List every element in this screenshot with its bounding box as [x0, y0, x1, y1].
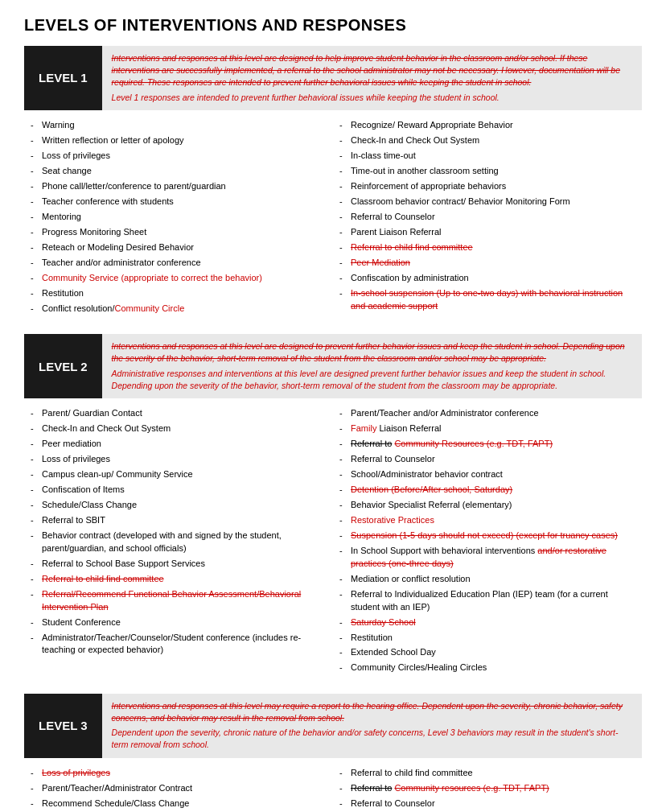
list-item: Referral to Counselor: [339, 210, 635, 225]
list-item: Saturday School: [339, 615, 635, 630]
list-item: In-class time-out: [339, 149, 635, 164]
list-item: Parent/Teacher/Administrator Contract: [31, 781, 327, 797]
level3-right-col: Referral to child find committee Referra…: [333, 766, 642, 812]
list-item: Referral to SBIT: [31, 513, 327, 529]
list-item: Schedule/Class Change: [31, 498, 327, 513]
level2-left-list: Parent/ Guardian Contact Check-In and Ch…: [31, 406, 327, 658]
level2-section: LEVEL 2 Interventions and responses at t…: [24, 334, 642, 679]
list-item: Warning: [31, 118, 327, 134]
level1-desc-strike: Interventions and responses at this leve…: [112, 52, 632, 89]
list-item: Loss of privileges: [31, 149, 327, 164]
list-item: Mentoring: [31, 210, 327, 225]
list-item: Confiscation of Items: [31, 483, 327, 498]
list-item: Referral to child find committee: [339, 766, 635, 781]
level1-desc-normal: Level 1 responses are intended to preven…: [112, 92, 632, 104]
list-item: Check-In and Check Out System: [31, 422, 327, 437]
list-item: Progress Monitoring Sheet: [31, 225, 327, 240]
level2-left-col: Parent/ Guardian Contact Check-In and Ch…: [24, 406, 333, 676]
list-item: Referral to School Base Support Services: [31, 556, 327, 571]
level3-desc-box: Interventions and responses at this leve…: [102, 694, 642, 758]
level3-right-list: Referral to child find committee Referra…: [339, 766, 635, 812]
list-item: Administrator/Teacher/Counselor/Student …: [31, 630, 327, 658]
list-item: Time-out in another classroom setting: [339, 164, 635, 179]
level2-right-col: Parent/Teacher and/or Administrator conf…: [333, 406, 642, 676]
list-item: Parent Liaison Referral: [339, 225, 635, 240]
list-item: Referral to Individualized Education Pla…: [339, 587, 635, 615]
list-item: Peer mediation: [31, 437, 327, 452]
level1-left-list: Warning Written reflection or letter of …: [31, 118, 327, 316]
list-item: Family Liaison Referral: [339, 422, 635, 437]
level3-desc-strike: Interventions and responses at this leve…: [112, 700, 632, 724]
list-item: Student Conference: [31, 615, 327, 630]
list-item: Community Service (appropriate to correc…: [31, 270, 327, 286]
level1-header: LEVEL 1 Interventions and responses at t…: [24, 46, 642, 110]
level1-left-col: Warning Written reflection or letter of …: [24, 118, 333, 316]
list-item: Classroom behavior contract/ Behavior Mo…: [339, 195, 635, 210]
list-item: Community Circles/Healing Circles: [339, 661, 635, 676]
level3-left-col: Loss of privileges Parent/Teacher/Admini…: [24, 766, 333, 812]
list-item: Restorative Practices: [339, 513, 635, 529]
level2-content: Parent/ Guardian Contact Check-In and Ch…: [24, 398, 642, 679]
list-item: Detention (Before/After school, Saturday…: [339, 483, 635, 498]
level1-desc-box: Interventions and responses at this leve…: [102, 46, 642, 110]
list-item: Referral to Counselor: [339, 452, 635, 468]
level3-content: Loss of privileges Parent/Teacher/Admini…: [24, 758, 642, 812]
list-item: Referral to child find committee: [339, 240, 635, 255]
level1-right-col: Recognize/ Reward Appropriate Behavior C…: [333, 118, 642, 316]
level3-desc-normal: Dependent upon the severity, chronic nat…: [112, 727, 632, 751]
level2-desc-box: Interventions and responses at this leve…: [102, 334, 642, 398]
list-item: Parent/ Guardian Contact: [31, 406, 327, 422]
list-item: Reinforcement of appropriate behaviors: [339, 179, 635, 195]
level1-content: Warning Written reflection or letter of …: [24, 110, 642, 319]
list-item: Restitution: [339, 630, 635, 645]
list-item: Confiscation by administration: [339, 270, 635, 286]
list-item: Conflict resolution/Community Circle: [31, 301, 327, 316]
list-item: School/Administrator behavior contract: [339, 468, 635, 483]
list-item: Referral/Recommend Functional Behavior A…: [31, 587, 327, 615]
level3-header: LEVEL 3 Interventions and responses at t…: [24, 694, 642, 758]
level2-desc-strike: Interventions and responses at this leve…: [112, 340, 632, 365]
list-item: In School Support with behavioral interv…: [339, 543, 635, 571]
level3-label: LEVEL 3: [24, 694, 102, 758]
level3-left-list: Loss of privileges Parent/Teacher/Admini…: [31, 766, 327, 812]
list-item: Suspension (1-5 days should not exceed) …: [339, 528, 635, 543]
list-item: Peer Mediation: [339, 255, 635, 270]
list-item: Parent/Teacher and/or Administrator conf…: [339, 406, 635, 422]
list-item: Referral to child find committee: [31, 571, 327, 587]
list-item: Recognize/ Reward Appropriate Behavior: [339, 118, 635, 134]
level2-desc-normal: Administrative responses and interventio…: [112, 368, 632, 392]
list-item: Behavior Specialist Referral (elementary…: [339, 498, 635, 513]
list-item: Mediation or conflict resolution: [339, 571, 635, 587]
level2-header: LEVEL 2 Interventions and responses at t…: [24, 334, 642, 398]
list-item: Restitution: [31, 286, 327, 301]
list-item: Referral to Community Resources (e.g. TD…: [339, 437, 635, 452]
list-item: Seat change: [31, 164, 327, 179]
list-item: Loss of privileges: [31, 766, 327, 781]
list-item: Extended School Day: [339, 645, 635, 661]
list-item: Referral to Community resources (e.g. TD…: [339, 781, 635, 797]
level1-right-list: Recognize/ Reward Appropriate Behavior C…: [339, 118, 635, 314]
list-item: Teacher and/or administrator conference: [31, 255, 327, 270]
level2-right-list: Parent/Teacher and/or Administrator conf…: [339, 406, 635, 676]
list-item: Check-In and Check Out System: [339, 134, 635, 149]
level1-section: LEVEL 1 Interventions and responses at t…: [24, 46, 642, 319]
list-item: Behavior contract (developed with and si…: [31, 528, 327, 556]
page-title: LEVELS OF INTERVENTIONS AND RESPONSES: [24, 16, 642, 35]
list-item: Campus clean-up/ Community Service: [31, 468, 327, 483]
list-item: Recommend Schedule/Class Change: [31, 797, 327, 812]
level1-label: LEVEL 1: [24, 46, 102, 110]
list-item: Written reflection or letter of apology: [31, 134, 327, 149]
list-item: Phone call/letter/conference to parent/g…: [31, 179, 327, 195]
list-item: Loss of privileges: [31, 452, 327, 468]
list-item: Reteach or Modeling Desired Behavior: [31, 240, 327, 255]
level2-label: LEVEL 2: [24, 334, 102, 398]
list-item: Teacher conference with students: [31, 195, 327, 210]
list-item: In-school suspension (Up to one-two days…: [339, 286, 635, 314]
list-item: Referral to Counselor: [339, 797, 635, 812]
level3-section: LEVEL 3 Interventions and responses at t…: [24, 694, 642, 812]
